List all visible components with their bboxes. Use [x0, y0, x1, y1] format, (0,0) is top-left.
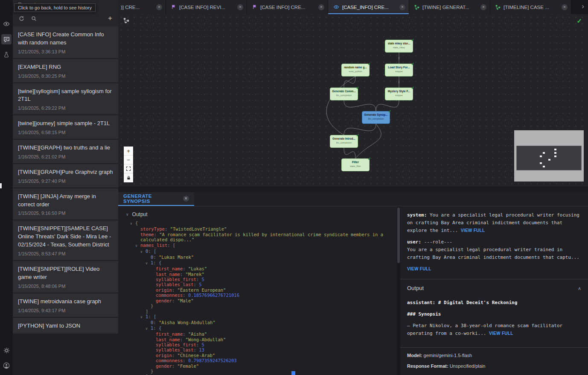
zoom-in-button[interactable]: +: [124, 146, 133, 155]
format-row: Response Format: Unspecified/plain: [407, 362, 581, 370]
flow-icon[interactable]: [123, 18, 129, 25]
scrollbar[interactable]: [397, 206, 400, 375]
json-line: storyType: "TwistedLoveTriangle": [124, 226, 397, 231]
node-title: Mystery Style F...: [385, 90, 413, 94]
fit-view-button[interactable]: [124, 164, 133, 173]
settings-gear-icon[interactable]: [1, 345, 12, 355]
expand-caret-icon[interactable]: ∨: [135, 243, 140, 249]
prompt-title: [TWINE] [JINJA] Array merge in correct o…: [18, 193, 113, 209]
collapse-chevron-icon[interactable]: ∧: [578, 284, 581, 292]
editor-tab[interactable]: [CASE INFO] CRE...×: [247, 0, 328, 14]
format-label: Response Format:: [407, 363, 448, 369]
json-line: first_name: "Aisha": [124, 331, 397, 337]
graph-node[interactable]: Generate Synop...llm_completion✓: [362, 111, 390, 124]
flow-icon: [495, 5, 501, 10]
editor-tab[interactable]: [TIMELINE] CASE ...×: [490, 0, 571, 14]
node-title: Filter: [342, 161, 369, 164]
close-icon[interactable]: ×: [399, 4, 405, 10]
prompt-list-item[interactable]: [twine][syllogism] sample syllogism for …: [13, 83, 118, 115]
minimap-viewport[interactable]: [516, 146, 582, 170]
expand-caret-icon[interactable]: ∨: [146, 261, 151, 266]
expand-caret-icon[interactable]: ∨: [140, 249, 146, 255]
flask-icon[interactable]: [1, 50, 12, 60]
json-line: ∨0: [: [124, 249, 397, 255]
prompt-timestamp: 1/16/2025, 6:21:02 PM: [18, 154, 113, 159]
view-full-link[interactable]: VIEW FULL: [489, 331, 513, 336]
prompt-list-item[interactable]: [TWINE][GRAPH]Pure Graphviz graph1/15/20…: [13, 164, 118, 188]
prompt-timestamp: 1/15/2025, 9:16:50 PM: [18, 211, 113, 216]
graph-node[interactable]: Filterstate_filter✓: [341, 158, 370, 171]
refresh-icon[interactable]: [19, 16, 24, 21]
view-full-link[interactable]: VIEW FULL: [461, 228, 485, 233]
json-line: syllables_first: 5: [124, 277, 397, 282]
editor-tab[interactable]: [CASE_INFO] CRE...×: [328, 0, 409, 14]
close-icon[interactable]: ×: [480, 4, 486, 10]
expand-caret-icon[interactable]: ∨: [140, 315, 146, 320]
prompt-list-item[interactable]: [PYTHON] Yaml to JSON: [13, 318, 118, 334]
zoom-out-button[interactable]: −: [124, 155, 133, 164]
editor-tab[interactable]: [TWINE] GENERAT...×: [409, 0, 490, 14]
graph-node[interactable]: Mystery Style F...snippet✓: [385, 88, 413, 100]
resize-handle[interactable]: [291, 371, 295, 375]
add-prompt-button[interactable]: +: [108, 15, 112, 21]
graph-node[interactable]: random name g...exec_python✓: [341, 64, 370, 76]
prompt-list-item[interactable]: [TWINE] metroidvania case graph1/14/2025…: [13, 293, 118, 317]
lock-button[interactable]: [124, 173, 133, 182]
flag-icon: [252, 4, 257, 10]
prompt-list-item[interactable]: [twine][journey] simple sample - 2T1L1/1…: [13, 115, 118, 139]
json-line: syllables_last: 5: [124, 282, 397, 287]
graph-node[interactable]: Generate Comm...llm_completion✓: [330, 88, 358, 100]
close-icon[interactable]: ×: [237, 4, 243, 10]
panel-resize-handle[interactable]: [0, 183, 2, 188]
result-pane: system: You are a specialist legal proce…: [400, 206, 588, 375]
eye-icon[interactable]: [1, 19, 12, 29]
close-icon[interactable]: ×: [562, 4, 568, 10]
view-full-link[interactable]: VIEW FULL: [407, 267, 431, 271]
minimap-node-dot: [540, 162, 542, 164]
panel-resize-strip[interactable]: [118, 187, 588, 192]
prompt-list-item[interactable]: [TWINE][SNIPPET][ROLE] Video game writer…: [13, 261, 118, 293]
prompts-icon[interactable]: [1, 34, 12, 44]
close-icon[interactable]: ×: [183, 196, 189, 202]
scrollbar-thumb[interactable]: [397, 208, 400, 263]
close-icon[interactable]: ×: [318, 4, 324, 10]
graph-node[interactable]: Generate Introd...llm_completion✓: [330, 135, 358, 148]
graph-edge: [376, 100, 399, 111]
tab-label: [CASE INFO] REVI...: [179, 5, 225, 10]
prompt-list-item[interactable]: [CASE INFO] Create Common Info with rand…: [13, 26, 118, 58]
account-icon[interactable]: [1, 360, 12, 371]
valid-check-icon: ✓: [576, 17, 582, 25]
graph-node[interactable]: state mkey stor...state_mkey✓: [385, 40, 413, 53]
output-tab-bar: GENERATE SYNOPSIS ×: [118, 192, 588, 206]
assistant-text-block: — Petar Nikolov, a 38-year-old romance s…: [407, 322, 581, 337]
prompt-list-item[interactable]: [TWINE][SNIPPET][SAMPLE CASE] Online Thr…: [13, 220, 118, 260]
minimap[interactable]: [514, 130, 584, 182]
editor-tab[interactable]: )] CRE...×: [118, 0, 166, 14]
check-icon: ✓: [411, 38, 414, 42]
expand-caret-icon[interactable]: ∨: [146, 326, 151, 331]
output-json-pane: ∨ Output ∨{storyType: "TwistedLoveTriang…: [118, 206, 397, 375]
node-title: state mkey stor...: [385, 42, 413, 46]
prompt-list-item[interactable]: [TWINE][GRAPH} two truths and a lie1/16/…: [13, 140, 118, 163]
prompt-title: [PYTHON] Yaml to JSON: [18, 322, 113, 330]
activity-bar-top: [1, 19, 12, 60]
assistant-heading: # Digital Deceit's Reckoning: [438, 300, 517, 305]
prompt-title: [twine][syllogism] sample syllogism for …: [18, 88, 113, 104]
graph-canvas[interactable]: ✓ state mkey stor...state_mkey✓random na…: [118, 14, 588, 187]
activity-bar-bottom: [1, 345, 12, 371]
expand-caret-icon[interactable]: ∨: [130, 221, 135, 226]
output-section-toggle[interactable]: ∨ Output: [124, 211, 397, 217]
search-icon[interactable]: [31, 16, 37, 21]
editor-tab[interactable]: [CASE INFO] REVI...×: [166, 0, 247, 14]
output-tab[interactable]: GENERATE SYNOPSIS ×: [118, 192, 194, 206]
prompt-list-item[interactable]: [EXAMPLE] RNG1/16/2025, 8:30:25 PM: [13, 59, 118, 82]
prompt-title: [TWINE][GRAPH} two truths and a lie: [18, 144, 113, 152]
assistant-label: assistant:: [407, 300, 435, 305]
json-line: origin: "Eastern European": [124, 287, 397, 293]
graph-node[interactable]: Load Story For...snippet✓: [385, 64, 413, 76]
prompt-list-item[interactable]: [TWINE] [JINJA] Array merge in correct o…: [13, 188, 118, 220]
prompt-timestamp: 1/16/2025, 8:30:25 PM: [18, 73, 113, 79]
close-icon[interactable]: ×: [156, 4, 162, 10]
node-type: state_mkey: [385, 46, 413, 49]
chevron-right-icon[interactable]: ›: [579, 0, 588, 14]
